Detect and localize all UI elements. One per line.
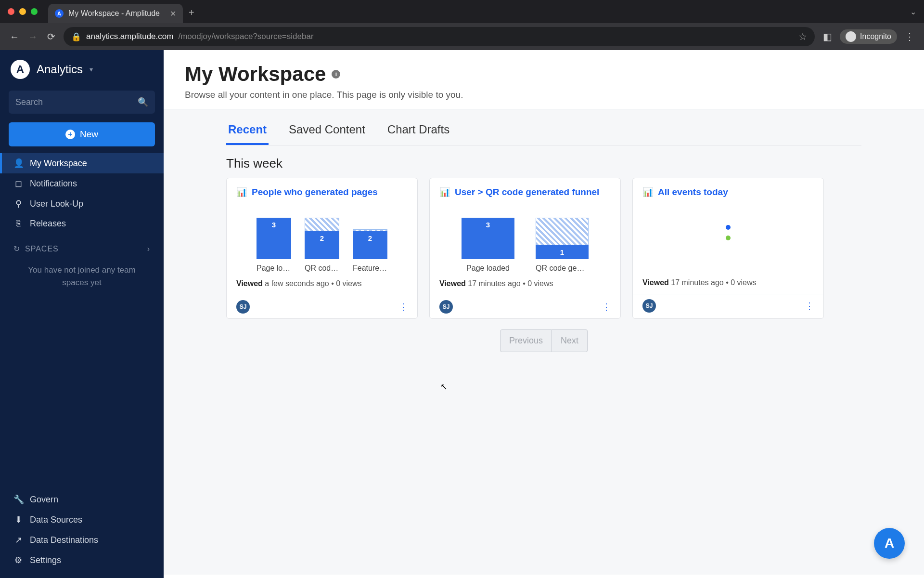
sidebar-item-data-sources[interactable]: ⬇ Data Sources [0, 510, 164, 530]
minimize-window-icon[interactable] [19, 8, 26, 15]
help-fab[interactable]: A [874, 528, 905, 559]
card-title: User > QR code generated funnel [455, 187, 599, 197]
sidebar-item-notifications[interactable]: ◻ Notifications [0, 173, 164, 194]
next-button[interactable]: Next [552, 329, 588, 352]
info-icon[interactable]: i [332, 70, 340, 79]
wrench-icon: 🔧 [13, 494, 23, 505]
viewed-time: a few seconds ago [265, 279, 329, 288]
more-menu-icon[interactable]: ⋮ [399, 302, 408, 312]
primary-nav: 👤 My Workspace ◻ Notifications ⚲ User Lo… [0, 153, 164, 234]
x-label: QR code g… [305, 264, 339, 273]
tab-saved-content[interactable]: Saved Content [287, 118, 367, 145]
chart-card[interactable]: 📊 People who generated pages 3 2 2 Page … [226, 178, 418, 319]
legend-dot-blue [726, 225, 731, 230]
viewed-label: Viewed [236, 279, 263, 288]
brand-title: Analytics [37, 63, 83, 76]
chart-card[interactable]: 📊 All events today Viewed 17 minutes ago… [632, 178, 824, 319]
search-placeholder: Search [15, 97, 43, 107]
legend-dot-green [726, 236, 731, 240]
star-icon[interactable]: ☆ [798, 31, 807, 42]
browser-chrome: A My Workspace - Amplitude ✕ + ⌄ ← → ⟳ 🔒… [0, 0, 924, 50]
incognito-badge[interactable]: Incognito [840, 29, 897, 44]
close-tab-icon[interactable]: ✕ [170, 9, 176, 18]
person-icon: 👤 [13, 158, 23, 169]
bar-value: 3 [272, 221, 276, 229]
viewed-label: Viewed [439, 279, 466, 288]
content-area: Recent Saved Content Chart Drafts This w… [164, 109, 924, 575]
card-title: People who generated pages [252, 187, 378, 197]
pagination: Previous Next [226, 329, 861, 352]
secondary-nav: 🔧 Govern ⬇ Data Sources ↗ Data Destinati… [0, 489, 164, 578]
brand-switcher[interactable]: A Analytics ▾ [0, 50, 164, 87]
bell-icon: ◻ [13, 178, 23, 189]
search-icon: 🔍 [138, 97, 148, 107]
maximize-window-icon[interactable] [31, 8, 38, 15]
tab-chart-drafts[interactable]: Chart Drafts [385, 118, 451, 145]
browser-tab[interactable]: A My Workspace - Amplitude ✕ [48, 4, 183, 23]
more-menu-icon[interactable]: ⋮ [805, 301, 814, 311]
kebab-menu-icon[interactable]: ⋮ [904, 31, 915, 42]
sidebar-item-label: Notifications [30, 179, 77, 189]
plus-icon: + [65, 130, 75, 139]
refresh-icon: ↻ [13, 244, 20, 253]
section-title: This week [226, 145, 861, 178]
views-count: 0 views [731, 278, 756, 287]
gear-icon: ⚙ [13, 555, 23, 565]
viewed-time: 17 minutes ago [468, 279, 520, 288]
bar-value: 3 [486, 221, 490, 229]
url-bar[interactable]: 🔒 analytics.amplitude.com/moodjoy/worksp… [64, 27, 815, 46]
new-button[interactable]: + New [9, 122, 155, 146]
app-root: A Analytics ▾ Search 🔍 + New 👤 My Worksp… [0, 50, 924, 578]
forward-button[interactable]: → [27, 31, 38, 42]
lock-icon: 🔒 [71, 32, 81, 42]
viewed-label: Viewed [642, 278, 669, 287]
sidebar-item-releases[interactable]: ⎘ Releases [0, 214, 164, 234]
chart-icon: 📊 [439, 187, 450, 197]
previous-button[interactable]: Previous [500, 329, 552, 352]
legend-dots [642, 206, 814, 259]
page-subtitle: Browse all your content in one place. Th… [185, 90, 903, 100]
bar-value: 2 [320, 234, 324, 242]
avatar[interactable]: SJ [439, 300, 453, 314]
chart-card[interactable]: 📊 User > QR code generated funnel 3 1 Pa… [429, 178, 621, 319]
card-meta: Viewed 17 minutes ago • 0 views [439, 279, 611, 288]
sidebar-item-label: Data Sources [30, 515, 82, 525]
back-button[interactable]: ← [9, 31, 20, 42]
incognito-icon [846, 31, 856, 42]
viewed-time: 17 minutes ago [671, 278, 723, 287]
sidebar-item-settings[interactable]: ⚙ Settings [0, 550, 164, 570]
close-window-icon[interactable] [8, 8, 14, 15]
sidebar-item-data-destinations[interactable]: ↗ Data Destinations [0, 530, 164, 550]
reload-button[interactable]: ⟳ [45, 31, 57, 42]
content-tabs: Recent Saved Content Chart Drafts [226, 109, 861, 145]
card-meta: Viewed a few seconds ago • 0 views [236, 279, 408, 288]
new-tab-button[interactable]: + [189, 7, 194, 18]
browser-tab-bar: A My Workspace - Amplitude ✕ + ⌄ [0, 0, 924, 23]
spaces-header[interactable]: ↻ SPACES › [0, 234, 164, 259]
sidebar-item-label: User Look-Up [30, 199, 83, 209]
chart-icon: 📊 [236, 187, 247, 197]
extensions-icon[interactable]: ◧ [821, 31, 833, 42]
card-meta: Viewed 17 minutes ago • 0 views [642, 278, 814, 287]
views-count: 0 views [527, 279, 553, 288]
chevron-down-icon: ▾ [90, 66, 93, 73]
sidebar-item-label: Releases [30, 219, 66, 229]
avatar[interactable]: SJ [642, 299, 656, 313]
sidebar: A Analytics ▾ Search 🔍 + New 👤 My Worksp… [0, 50, 164, 578]
sidebar-item-label: Data Destinations [30, 535, 98, 545]
window-controls[interactable] [8, 8, 38, 15]
avatar[interactable]: SJ [236, 300, 250, 314]
tabs-dropdown-icon[interactable]: ⌄ [910, 7, 916, 16]
sidebar-item-label: Settings [30, 555, 61, 565]
search-input[interactable]: Search 🔍 [9, 91, 155, 114]
page-title: My Workspace [185, 63, 326, 86]
browser-nav-bar: ← → ⟳ 🔒 analytics.amplitude.com/moodjoy/… [0, 23, 924, 50]
tab-recent[interactable]: Recent [226, 118, 269, 145]
sidebar-item-user-lookup[interactable]: ⚲ User Look-Up [0, 194, 164, 214]
sidebar-item-govern[interactable]: 🔧 Govern [0, 489, 164, 510]
main-content: My Workspace i Browse all your content i… [164, 50, 924, 578]
x-label: Page load… [257, 264, 291, 273]
more-menu-icon[interactable]: ⋮ [602, 302, 611, 312]
download-icon: ⬇ [13, 514, 23, 525]
sidebar-item-my-workspace[interactable]: 👤 My Workspace [0, 153, 164, 173]
